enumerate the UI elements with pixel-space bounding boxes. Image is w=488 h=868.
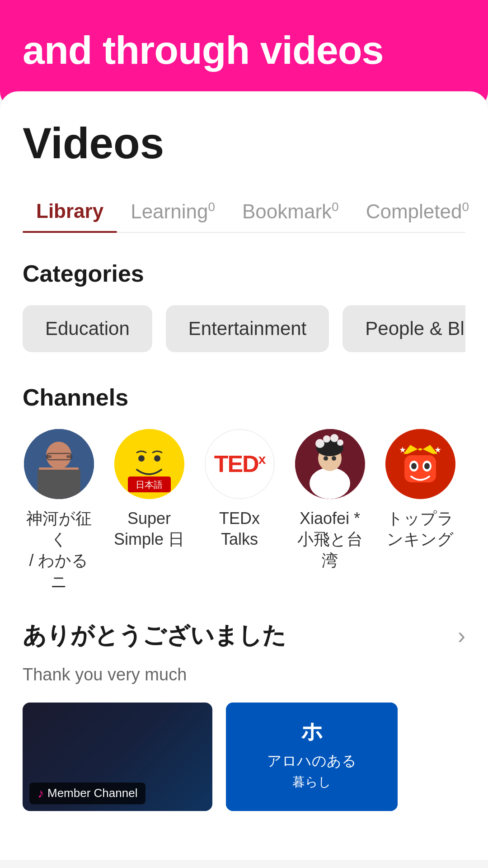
member-badge: ♪ Member Channel	[29, 783, 145, 804]
svg-rect-25	[404, 455, 436, 482]
tedx-logo: TEDx	[214, 450, 265, 477]
main-content: Videos Library Learning0 Bookmark0 Compl…	[0, 91, 488, 860]
svg-point-29	[424, 463, 430, 469]
categories-row: Education Entertainment People & Bl...	[23, 305, 465, 352]
svg-point-20	[337, 439, 343, 446]
channels-title: Channels	[23, 384, 465, 411]
svg-point-18	[323, 435, 330, 443]
english-subtitle: Thank you very much	[23, 665, 465, 684]
japanese-title: ありがとうございました	[23, 620, 286, 651]
svg-point-21	[324, 456, 328, 461]
svg-text:暮らし: 暮らし	[292, 775, 331, 789]
svg-text:★: ★	[434, 445, 441, 454]
svg-point-14	[310, 467, 350, 499]
channel-avatar-4	[295, 429, 365, 499]
channel-name-2: SuperSimple 日	[114, 508, 184, 551]
tab-library[interactable]: Library	[23, 191, 117, 232]
categories-section: Categories Education Entertainment Peopl…	[23, 260, 465, 352]
channel-name-5: トップランキング	[387, 508, 454, 551]
channel-item-3[interactable]: TEDx TEDxTalks	[203, 429, 276, 593]
tab-learning[interactable]: Learning0	[117, 191, 229, 232]
channel-name-3: TEDxTalks	[219, 508, 260, 551]
video-thumb-1[interactable]: ♪ Member Channel	[23, 703, 212, 811]
channel-avatar-3: TEDx	[205, 429, 275, 499]
category-education[interactable]: Education	[23, 305, 152, 352]
channel-avatar-2: 日本語	[114, 429, 184, 499]
svg-point-17	[315, 439, 324, 448]
channel-avatar-1	[24, 429, 94, 499]
video-thumb-2[interactable]: ホ アロハのある 暮らし	[226, 703, 398, 811]
tabs-container: Library Learning0 Bookmark0 Completed0	[23, 191, 465, 233]
svg-text:アロハのある: アロハのある	[267, 753, 357, 769]
svg-point-28	[411, 463, 417, 469]
channel-item-2[interactable]: 日本語 SuperSimple 日	[113, 429, 185, 593]
svg-point-9	[138, 455, 145, 462]
member-badge-label: Member Channel	[47, 786, 137, 800]
svg-point-10	[154, 455, 160, 462]
featured-section: ありがとうございました › Thank you very much ♪ Memb…	[23, 620, 465, 811]
svg-point-3	[51, 445, 67, 465]
tab-completed[interactable]: Completed0	[352, 191, 483, 232]
channel-name-4: Xiaofei *小飛と台湾	[294, 508, 366, 571]
member-badge-icon: ♪	[38, 786, 44, 801]
channel-item-5[interactable]: ★ ★ トップランキング	[384, 429, 456, 593]
svg-rect-7	[39, 467, 79, 470]
video-preview-row: ♪ Member Channel ホ アロハのある 暮らし	[23, 703, 465, 811]
svg-text:日本語: 日本語	[136, 480, 163, 490]
banner-text: and through videos	[23, 27, 465, 73]
category-entertainment[interactable]: Entertainment	[166, 305, 329, 352]
categories-title: Categories	[23, 260, 465, 287]
category-people-blogs[interactable]: People & Bl...	[343, 305, 465, 352]
chevron-right-icon[interactable]: ›	[458, 622, 465, 649]
svg-point-22	[332, 456, 336, 461]
channel-avatar-5: ★ ★	[385, 429, 455, 499]
featured-header: ありがとうございました ›	[23, 620, 465, 651]
tab-bookmark[interactable]: Bookmark0	[229, 191, 352, 232]
svg-point-19	[330, 434, 338, 442]
svg-text:★: ★	[399, 445, 406, 454]
channel-item-4[interactable]: Xiaofei *小飛と台湾	[294, 429, 366, 593]
svg-text:ホ: ホ	[301, 719, 323, 743]
channel-name-1: 神河が征く/ わかるニ	[23, 508, 95, 593]
svg-rect-2	[38, 469, 80, 499]
svg-rect-5	[66, 455, 72, 458]
channels-row: 神河が征く/ わかるニ 日本語	[23, 429, 465, 593]
page-title: Videos	[23, 118, 465, 168]
channel-item-1[interactable]: 神河が征く/ わかるニ	[23, 429, 95, 593]
channels-section: Channels 神河が征く/ わかるニ	[23, 384, 465, 593]
